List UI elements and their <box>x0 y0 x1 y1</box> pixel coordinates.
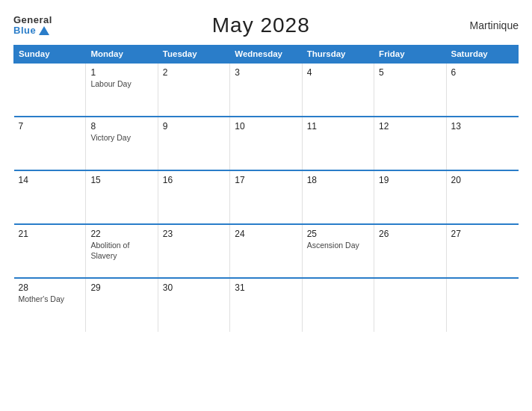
calendar-cell: 4 <box>302 63 374 117</box>
calendar-cell: 10 <box>230 117 302 170</box>
day-number: 18 <box>307 175 369 185</box>
calendar-cell: 23 <box>158 224 229 278</box>
logo-triangle-icon <box>39 26 49 35</box>
day-number: 19 <box>379 175 441 185</box>
calendar-cell: 17 <box>230 170 302 224</box>
day-number: 25 <box>307 229 369 239</box>
calendar-table: SundayMondayTuesdayWednesdayThursdayFrid… <box>13 45 519 332</box>
day-number: 30 <box>163 282 225 293</box>
day-number: 28 <box>19 282 81 293</box>
calendar-cell: 13 <box>446 117 518 170</box>
day-number: 11 <box>307 121 369 132</box>
calendar-week-row: 28Mother's Day293031 <box>14 278 519 332</box>
calendar-cell: 27 <box>446 224 518 278</box>
day-number: 4 <box>307 67 369 78</box>
calendar-week-row: 14151617181920 <box>14 170 519 224</box>
region-label: Martinique <box>470 19 519 31</box>
calendar-cell: 12 <box>374 117 446 170</box>
day-number: 1 <box>90 67 152 78</box>
calendar-cell: 31 <box>230 278 302 332</box>
day-event: Ascension Day <box>307 241 369 251</box>
calendar-cell: 7 <box>14 117 86 170</box>
day-of-week-header: Monday <box>86 46 158 64</box>
calendar-cell <box>14 63 86 117</box>
calendar-cell: 22Abolition of Slavery <box>86 224 158 278</box>
day-number: 22 <box>90 229 152 239</box>
day-of-week-header: Wednesday <box>230 46 302 64</box>
calendar-cell: 30 <box>158 278 229 332</box>
day-number: 7 <box>19 121 81 132</box>
calendar-cell: 18 <box>302 170 374 224</box>
calendar-cell: 11 <box>302 117 374 170</box>
calendar-cell <box>302 278 374 332</box>
day-number: 2 <box>163 67 225 78</box>
day-of-week-header: Thursday <box>302 46 374 64</box>
day-number: 9 <box>163 121 225 132</box>
day-number: 26 <box>379 229 441 239</box>
calendar-cell: 9 <box>158 117 229 170</box>
calendar-cell: 16 <box>158 170 229 224</box>
calendar-cell: 3 <box>230 63 302 117</box>
calendar-cell: 24 <box>230 224 302 278</box>
day-number: 17 <box>235 175 297 185</box>
logo: General Blue <box>13 15 52 37</box>
calendar-cell: 2 <box>158 63 229 117</box>
logo-blue-text: Blue <box>13 25 36 36</box>
day-number: 23 <box>163 229 225 239</box>
calendar-cell: 8Victory Day <box>86 117 158 170</box>
calendar-cell <box>374 278 446 332</box>
day-of-week-header: Friday <box>374 46 446 64</box>
day-event: Victory Day <box>90 133 152 143</box>
calendar-cell: 29 <box>86 278 158 332</box>
calendar-header-row: SundayMondayTuesdayWednesdayThursdayFrid… <box>14 46 519 64</box>
calendar-cell: 20 <box>446 170 518 224</box>
day-number: 3 <box>235 67 297 78</box>
day-number: 6 <box>451 67 514 78</box>
day-of-week-header: Tuesday <box>158 46 229 64</box>
day-number: 13 <box>451 121 514 132</box>
day-number: 12 <box>379 121 441 132</box>
day-of-week-header: Saturday <box>446 46 518 64</box>
day-number: 24 <box>235 229 297 239</box>
calendar-cell: 19 <box>374 170 446 224</box>
calendar-cell: 6 <box>446 63 518 117</box>
calendar-cell: 25Ascension Day <box>302 224 374 278</box>
calendar-cell: 1Labour Day <box>86 63 158 117</box>
day-number: 31 <box>235 282 297 293</box>
day-number: 29 <box>90 282 152 293</box>
header: General Blue May 2028 Martinique <box>13 13 519 37</box>
day-number: 5 <box>379 67 441 78</box>
logo-general-text: General <box>13 15 52 25</box>
logo-blue-row: Blue <box>13 25 49 36</box>
calendar-cell: 26 <box>374 224 446 278</box>
day-event: Labour Day <box>90 79 152 90</box>
day-number: 14 <box>19 175 81 185</box>
day-number: 27 <box>451 229 514 239</box>
day-number: 20 <box>451 175 514 185</box>
calendar-title: May 2028 <box>212 13 310 37</box>
day-event: Abolition of Slavery <box>90 241 152 261</box>
calendar-cell <box>446 278 518 332</box>
calendar-week-row: 2122Abolition of Slavery232425Ascension … <box>14 224 519 278</box>
day-number: 21 <box>19 229 81 239</box>
calendar-cell: 15 <box>86 170 158 224</box>
calendar-week-row: 78Victory Day910111213 <box>14 117 519 170</box>
day-event: Mother's Day <box>19 294 81 305</box>
day-number: 16 <box>163 175 225 185</box>
calendar-cell: 28Mother's Day <box>14 278 86 332</box>
calendar-cell: 14 <box>14 170 86 224</box>
calendar-week-row: 1Labour Day23456 <box>14 63 519 117</box>
page: General Blue May 2028 Martinique SundayM… <box>0 0 532 411</box>
day-of-week-header: Sunday <box>14 46 86 64</box>
calendar-cell: 5 <box>374 63 446 117</box>
calendar-cell: 21 <box>14 224 86 278</box>
day-number: 10 <box>235 121 297 132</box>
day-number: 8 <box>90 121 152 132</box>
day-number: 15 <box>90 175 152 185</box>
